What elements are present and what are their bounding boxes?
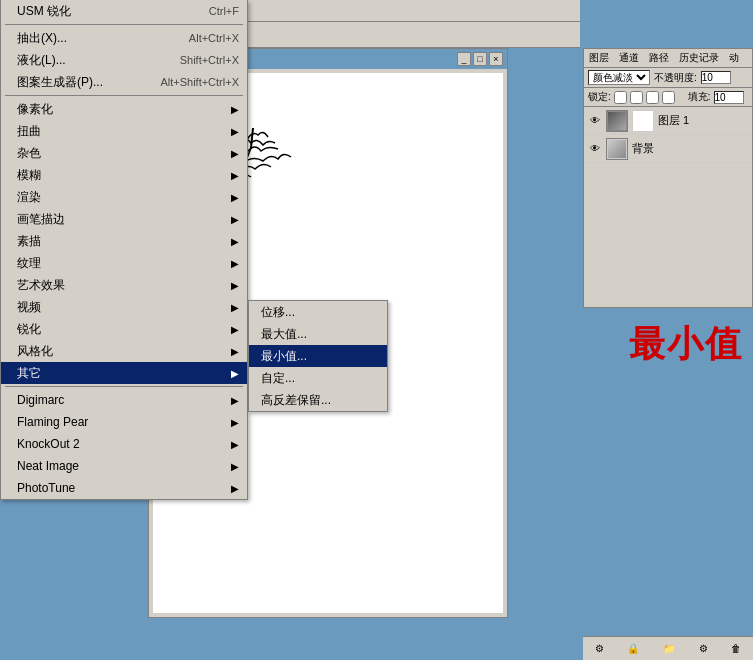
layer-row-1: 👁 图层 1 [584,107,752,135]
submenu-maximum[interactable]: 最大值... [249,323,387,345]
separator-1 [5,24,243,25]
layers-blend-row: 颜色减淡 不透明度: [584,68,752,88]
layers-panel: 图层 通道 路径 历史记录 动 颜色减淡 不透明度: 锁定: 填充: 👁 图层 … [583,48,753,308]
menu-phototune[interactable]: PhotoTune ▶ [1,477,247,499]
tab-history[interactable]: 历史记录 [674,49,724,67]
menu-flaming-pear[interactable]: Flaming Pear ▶ [1,411,247,433]
layers-bottom-bar: ⚙ 🔒 📁 ⚙ 🗑 [583,636,753,660]
canvas-controls[interactable]: _ □ × [457,52,503,66]
tab-actions[interactable]: 动 [724,49,744,67]
lock-all[interactable] [662,91,675,104]
opacity-label: 不透明度: [654,71,697,85]
opacity-input[interactable] [701,71,731,84]
layer-name-1: 图层 1 [658,113,689,128]
fill-input[interactable] [714,91,744,104]
canvas-minimize[interactable]: _ [457,52,471,66]
menu-neat-image[interactable]: Neat Image ▶ [1,455,247,477]
tab-paths[interactable]: 路径 [644,49,674,67]
tab-channels[interactable]: 通道 [614,49,644,67]
menu-knockout2[interactable]: KnockOut 2 ▶ [1,433,247,455]
menu-liquefy[interactable]: 液化(L)... Shift+Ctrl+X [1,49,247,71]
menu-art-effects[interactable]: 艺术效果 ▶ [1,274,247,296]
menu-digimarc[interactable]: Digimarc ▶ [1,389,247,411]
menu-pixelate[interactable]: 像素化 ▶ [1,98,247,120]
menu-video[interactable]: 视频 ▶ [1,296,247,318]
layer-name-bg: 背景 [632,141,654,156]
submenu-offset[interactable]: 位移... [249,301,387,323]
separator-2 [5,95,243,96]
layers-btn-5[interactable]: 🗑 [731,643,741,654]
menu-blur[interactable]: 模糊 ▶ [1,164,247,186]
menu-sharpen[interactable]: 锐化 ▶ [1,318,247,340]
lock-transparent[interactable] [614,91,627,104]
layers-btn-3[interactable]: 📁 [663,643,675,654]
submenu-high-pass[interactable]: 高反差保留... [249,389,387,411]
lock-label: 锁定: [588,90,611,104]
menu-stylize[interactable]: 风格化 ▶ [1,340,247,362]
canvas-maximize[interactable]: □ [473,52,487,66]
big-label-minimum: 最小值 [629,320,743,369]
submenu-custom[interactable]: 自定... [249,367,387,389]
menu-other[interactable]: 其它 ▶ [1,362,247,384]
menu-extract[interactable]: 抽出(X)... Alt+Ctrl+X [1,27,247,49]
eye-icon-1[interactable]: 👁 [588,114,602,128]
layer-thumb-bg [606,138,628,160]
separator-3 [5,386,243,387]
lock-move[interactable] [646,91,659,104]
layers-btn-2[interactable]: 🔒 [627,643,639,654]
tab-layers[interactable]: 图层 [584,49,614,67]
submenu-minimum[interactable]: 最小值... [249,345,387,367]
filter-menu[interactable]: USM 锐化 Ctrl+F 抽出(X)... Alt+Ctrl+X 液化(L).… [0,0,248,500]
blend-mode-select[interactable]: 颜色减淡 [588,70,650,85]
submenu-other[interactable]: 位移... 最大值... 最小值... 自定... 高反差保留... [248,300,388,412]
menu-usm[interactable]: USM 锐化 Ctrl+F [1,0,247,22]
menu-render[interactable]: 渲染 ▶ [1,186,247,208]
canvas-close[interactable]: × [489,52,503,66]
menu-distort[interactable]: 扭曲 ▶ [1,120,247,142]
layers-tabs[interactable]: 图层 通道 路径 历史记录 动 [584,49,752,68]
menu-texture[interactable]: 纹理 ▶ [1,252,247,274]
svg-line-0 [251,128,253,148]
layer-mask-thumb-1 [632,110,654,132]
fill-label: 填充: [688,90,711,104]
lock-row: 锁定: 填充: [584,88,752,107]
lock-paint[interactable] [630,91,643,104]
layers-btn-1[interactable]: ⚙ [595,643,604,654]
layers-btn-4[interactable]: ⚙ [699,643,708,654]
layer-row-bg: 👁 背景 [584,135,752,163]
menu-noise[interactable]: 杂色 ▶ [1,142,247,164]
menu-pattern-gen[interactable]: 图案生成器(P)... Alt+Shift+Ctrl+X [1,71,247,93]
eye-icon-bg[interactable]: 👁 [588,142,602,156]
menu-brush-strokes[interactable]: 画笔描边 ▶ [1,208,247,230]
menu-sketch[interactable]: 素描 ▶ [1,230,247,252]
layer-thumb-1 [606,110,628,132]
